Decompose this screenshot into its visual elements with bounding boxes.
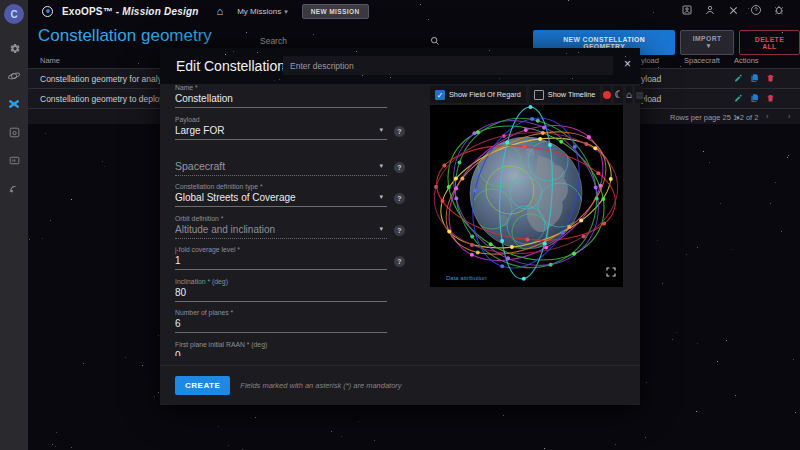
- orbit-definition-select[interactable]: Orbit definition * Altitude and inclinat…: [175, 215, 387, 239]
- duplicate-icon[interactable]: [750, 73, 759, 84]
- app-root: C ExoOPS™ - Missio: [0, 0, 800, 450]
- show-field-of-regard-checkbox[interactable]: ✓ Show Field Of Regard: [430, 86, 526, 103]
- account-icon[interactable]: [703, 3, 717, 17]
- modal-footer: CREATE Fields marked with an asterisk (*…: [160, 365, 640, 405]
- constellation-geometry-icon[interactable]: [5, 95, 23, 113]
- help-icon[interactable]: ?: [394, 256, 405, 267]
- column-payload: yload: [641, 56, 659, 65]
- definition-type-select[interactable]: Constellation definition type * Global S…: [175, 183, 387, 207]
- column-actions: Actions: [734, 56, 759, 65]
- reset-view-button[interactable]: ⌂: [626, 86, 632, 103]
- rows-per-page[interactable]: Rows per page 25 ▾: [670, 113, 739, 122]
- chevron-down-icon: ▾: [379, 225, 383, 233]
- help-icon[interactable]: ?: [394, 225, 405, 236]
- delete-all-button[interactable]: DELETE ALL: [739, 30, 800, 55]
- checkbox-checked-icon: ✓: [435, 90, 445, 100]
- spacecraft-icon[interactable]: [5, 123, 23, 141]
- topbar: ExoOPS™ - Mission Design ⌂ My Missions▾ …: [28, 0, 800, 22]
- help-icon[interactable]: [749, 3, 763, 17]
- edit-constellation-modal: Edit Constellation geometry Enter descri…: [160, 48, 640, 405]
- column-spacecraft: Spacecraft: [684, 56, 720, 65]
- brand-title: ExoOPS™ - Mission Design: [62, 6, 199, 17]
- record-button[interactable]: [603, 86, 611, 103]
- spacecraft-select[interactable]: Spacecraft ▾ ?: [175, 154, 387, 176]
- home-icon[interactable]: ⌂: [217, 5, 224, 17]
- my-missions-menu[interactable]: My Missions▾: [237, 7, 288, 16]
- fullscreen-icon[interactable]: [605, 264, 617, 282]
- show-timeline-checkbox[interactable]: Show Timeline: [529, 86, 600, 103]
- raan-field[interactable]: First plane initial RAAN * (deg) 0: [175, 341, 387, 357]
- column-name: Name: [40, 56, 60, 65]
- jfold-coverage-field[interactable]: j-fold coverage level * 1 ?: [175, 246, 387, 270]
- chevron-down-icon: ▾: [379, 193, 383, 201]
- exoops-logo-icon: [42, 6, 53, 17]
- help-icon[interactable]: ?: [394, 126, 405, 137]
- row-name: Constellation geometry for analysis: [40, 74, 172, 84]
- description-input[interactable]: Enter description: [283, 56, 613, 75]
- help-icon[interactable]: ?: [394, 162, 405, 173]
- edit-icon[interactable]: [734, 73, 743, 84]
- row-payload: yload: [641, 94, 661, 104]
- record-icon: [603, 91, 611, 99]
- orbit-icon[interactable]: [5, 67, 23, 85]
- chevron-down-icon: ▾: [379, 126, 383, 134]
- sidebar: C: [0, 0, 28, 450]
- home-icon: ⌂: [626, 89, 632, 100]
- inclination-field[interactable]: Inclination * (deg) 80: [175, 278, 387, 302]
- new-mission-button[interactable]: NEW MISSION: [302, 4, 369, 19]
- modal-form: Name * Constellation Payload Large FOR ▾…: [175, 84, 405, 356]
- help-icon[interactable]: ?: [394, 193, 405, 204]
- globe-viewer: ✓ Show Field Of Regard Show Timeline ☾ ⌂…: [430, 86, 630, 336]
- create-button[interactable]: CREATE: [175, 376, 230, 395]
- import-button[interactable]: IMPORT ▾: [680, 30, 734, 55]
- night-mode-button[interactable]: ☾: [614, 86, 623, 103]
- row-name: Constellation geometry to deploy: [40, 94, 164, 104]
- chevron-down-icon: ▾: [379, 162, 383, 170]
- mandatory-note: Fields marked with an asterisk (*) are m…: [240, 381, 401, 390]
- comms-link-icon[interactable]: [5, 179, 23, 197]
- globe-3d-view[interactable]: Data attribution: [430, 105, 623, 287]
- checkbox-unchecked-icon: [534, 90, 544, 100]
- page-title: Constellation geometry: [38, 26, 212, 46]
- duplicate-icon[interactable]: [750, 93, 759, 104]
- avatar[interactable]: C: [4, 4, 24, 24]
- globe-icon: ▦: [635, 90, 644, 100]
- planes-field[interactable]: Number of planes * 6: [175, 309, 387, 333]
- modal-header: Edit Constellation geometry Enter descri…: [160, 48, 640, 84]
- pagination-range: 1-2 of 2: [733, 113, 758, 122]
- bug-report-icon[interactable]: [772, 3, 786, 17]
- delete-icon[interactable]: [766, 73, 775, 84]
- satellite-icon[interactable]: [726, 3, 740, 17]
- globe-texture-button[interactable]: ▦: [635, 86, 644, 103]
- pagination-prev-icon[interactable]: ‹: [766, 112, 769, 121]
- payload-select[interactable]: Payload Large FOR ▾ ?: [175, 116, 387, 140]
- processor-icon[interactable]: [5, 151, 23, 169]
- moon-icon: ☾: [614, 89, 623, 100]
- name-field[interactable]: Name * Constellation: [175, 84, 387, 108]
- row-payload: yload: [641, 74, 661, 84]
- data-attribution-link[interactable]: Data attribution: [446, 275, 487, 281]
- pagination-next-icon[interactable]: ›: [788, 112, 791, 121]
- close-icon[interactable]: ×: [624, 57, 631, 71]
- search-placeholder: Search: [260, 36, 287, 46]
- edit-icon[interactable]: [734, 93, 743, 104]
- admin-user-icon[interactable]: [680, 3, 694, 17]
- settings-gear-icon[interactable]: [5, 39, 23, 57]
- delete-icon[interactable]: [766, 93, 775, 104]
